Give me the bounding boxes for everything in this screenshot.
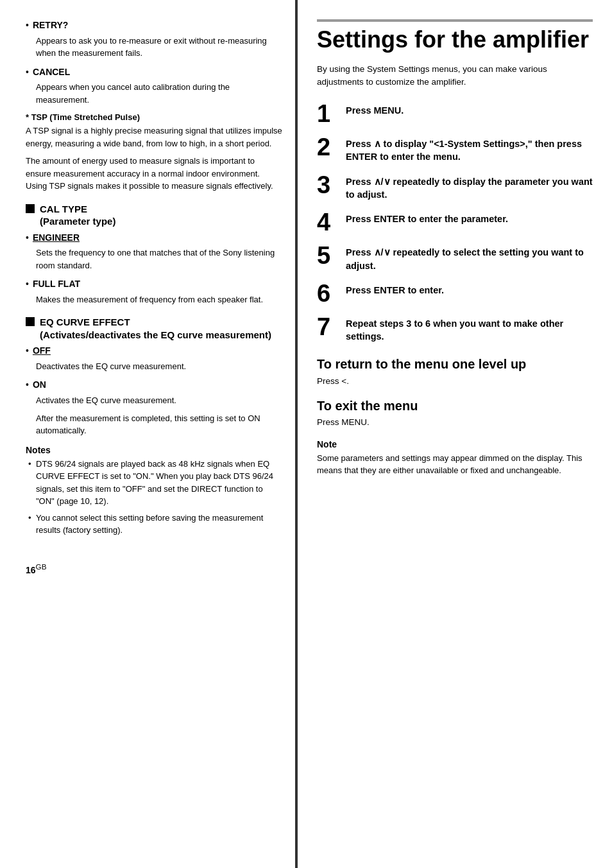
step-number-4: 4 [317,210,346,234]
exit-section: To exit the menu Press MENU. [317,399,593,429]
retry-section: • RETRY? Appears to ask you to re-measur… [26,19,282,60]
steps-list: 1Press MENU.2Press ∧ to display "<1-Syst… [317,101,593,343]
fullflat-title: FULL FLAT [33,278,80,291]
right-title: Settings for the amplifier [317,19,593,53]
eq-curve-heading: EQ CURVE EFFECT (Activates/deactivates t… [26,316,282,341]
engineer-text: Sets the frequency to one that matches t… [36,247,282,272]
tsp-heading: * TSP (Time Stretched Pulse) [26,112,282,122]
off-section: • OFF Deactivates the EQ curve measureme… [26,345,282,372]
right-intro: By using the System Settings menus, you … [317,63,593,89]
bullet-dot-3: • [26,232,29,245]
exit-text: Press MENU. [317,416,593,429]
right-column: Settings for the amplifier By using the … [295,0,612,868]
note-section: Note Some parameters and settings may ap… [317,439,593,477]
cancel-text: Appears when you cancel auto calibration… [36,81,282,106]
step-text-3: Press ∧/∨ repeatedly to display the para… [346,173,593,202]
step-number-6: 6 [317,281,346,306]
note-item-2: You cannot select this setting before sa… [26,512,282,537]
eq-curve-sub: (Activates/deactivates the EQ curve meas… [40,329,271,340]
step-5: 5Press ∧/∨ repeatedly to select the sett… [317,243,593,272]
note-text: Some parameters and settings may appear … [317,452,593,477]
retry-title: RETRY? [33,19,68,32]
step-number-3: 3 [317,173,346,197]
off-title: OFF [33,345,51,358]
step-7: 7Repeat steps 3 to 6 when you want to ma… [317,315,593,343]
step-text-7: Repeat steps 3 to 6 when you want to mak… [346,315,593,343]
exit-heading: To exit the menu [317,399,593,413]
fullflat-section: • FULL FLAT Makes the measurement of fre… [26,278,282,306]
on-title: ON [33,379,46,392]
bullet-dot-4: • [26,278,29,291]
cancel-title: CANCEL [33,66,70,79]
step-number-1: 1 [317,101,346,126]
eq-curve-icon [26,317,35,326]
bullet-dot-2: • [26,66,29,79]
return-text: Press <. [317,375,593,388]
step-2: 2Press ∧ to display "<1-System Settings>… [317,135,593,164]
step-number-5: 5 [317,243,346,268]
cal-type-heading: CAL TYPE (Parameter type) [26,203,282,228]
return-heading: To return to the menu one level up [317,356,593,372]
bullet-dot-5: • [26,345,29,358]
off-text: Deactivates the EQ curve measurement. [36,360,282,373]
cal-type-title: CAL TYPE [40,204,87,214]
step-text-6: Press ENTER to enter. [346,281,444,297]
on-text2: After the measurement is completed, this… [36,412,282,437]
step-number-2: 2 [317,135,346,159]
step-text-1: Press MENU. [346,101,404,117]
cancel-section: • CANCEL Appears when you cancel auto ca… [26,66,282,107]
step-number-7: 7 [317,315,346,339]
return-section: To return to the menu one level up Press… [317,356,593,388]
on-text1: Activates the EQ curve measurement. [36,394,282,407]
note-heading: Note [317,439,593,449]
step-6: 6Press ENTER to enter. [317,281,593,306]
step-text-4: Press ENTER to enter the parameter. [346,210,508,225]
on-section: • ON Activates the EQ curve measurement.… [26,379,282,437]
bullet-dot-6: • [26,379,29,392]
fullflat-text: Makes the measurement of frequency from … [36,293,282,306]
page-number: 16GB [26,562,282,575]
engineer-section: • ENGINEER Sets the frequency to one tha… [26,232,282,272]
left-column: • RETRY? Appears to ask you to re-measur… [0,0,295,868]
notes-heading: Notes [26,445,282,455]
cal-type-sub: (Parameter type) [40,216,115,227]
step-4: 4Press ENTER to enter the parameter. [317,210,593,234]
bullet-dot: • [26,19,29,32]
step-text-2: Press ∧ to display "<1-System Settings>,… [346,135,593,164]
step-text-5: Press ∧/∨ repeatedly to select the setti… [346,243,593,272]
tsp-text2: The amount of energy used to measure sig… [26,155,282,193]
cal-type-icon [26,204,35,213]
step-1: 1Press MENU. [317,101,593,126]
eq-curve-title: EQ CURVE EFFECT [40,317,130,327]
tsp-text1: A TSP signal is a highly precise measuri… [26,125,282,150]
engineer-title: ENGINEER [33,232,80,245]
step-3: 3Press ∧/∨ repeatedly to display the par… [317,173,593,202]
notes-list: DTS 96/24 signals are played back as 48 … [26,458,282,537]
retry-text: Appears to ask you to re-measure or exit… [36,35,282,60]
note-item-1: DTS 96/24 signals are played back as 48 … [26,458,282,508]
